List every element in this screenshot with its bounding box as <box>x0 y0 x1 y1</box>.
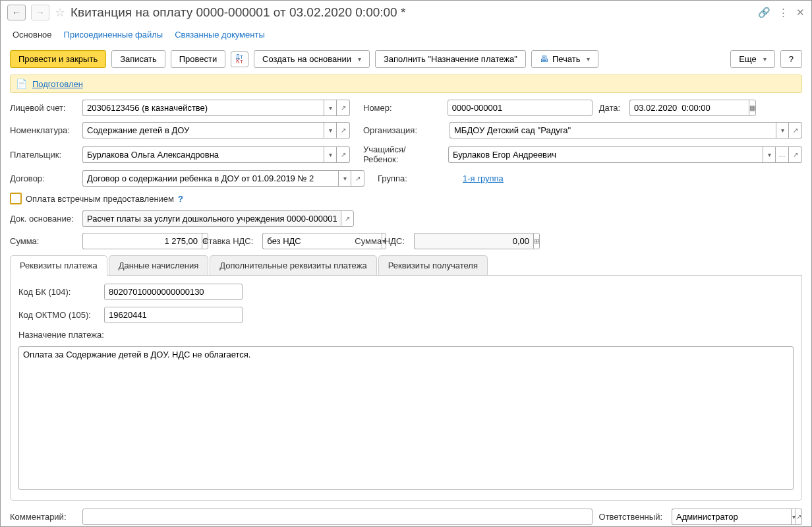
back-button[interactable]: ← <box>7 5 26 20</box>
oktmo-label: Код ОКТМО (105): <box>18 310 98 320</box>
number-input[interactable] <box>448 100 593 116</box>
post-and-close-button[interactable]: Провести и закрыть <box>10 50 106 68</box>
bk-code-input[interactable] <box>104 284 243 300</box>
fill-purpose-button[interactable]: Заполнить "Назначение платежа" <box>375 50 526 68</box>
ellipsis-icon[interactable]: … <box>776 146 789 163</box>
dropdown-icon[interactable]: ▾ <box>324 146 337 163</box>
counter-payment-checkbox[interactable] <box>10 193 22 204</box>
contract-label: Договор: <box>10 173 76 183</box>
status-icon: 📄 <box>16 78 27 89</box>
link-icon[interactable]: 🔗 <box>758 7 770 18</box>
vat-sum-input <box>414 233 533 249</box>
post-button[interactable]: Провести <box>171 50 226 68</box>
org-label: Организация: <box>363 125 417 135</box>
dropdown-icon[interactable]: ▾ <box>338 170 351 187</box>
org-input[interactable] <box>450 122 776 139</box>
tab-linked[interactable]: Связанные документы <box>175 30 265 40</box>
account-label: Лицевой счет: <box>10 103 76 113</box>
open-icon[interactable]: ↗ <box>351 170 364 187</box>
open-icon[interactable]: ↗ <box>341 210 354 227</box>
more-button[interactable]: Еще <box>730 50 774 68</box>
date-label: Дата: <box>599 103 620 113</box>
save-button[interactable]: Записать <box>111 50 165 68</box>
vat-rate-label: Ставка НДС: <box>202 236 253 246</box>
date-input[interactable] <box>629 100 749 116</box>
open-icon[interactable]: ↗ <box>337 100 350 116</box>
tab-main[interactable]: Основное <box>13 30 52 40</box>
tab-content: Код БК (104): Код ОКТМО (105): Назначени… <box>10 276 802 501</box>
star-icon[interactable]: ☆ <box>55 5 65 20</box>
oktmo-input[interactable] <box>104 307 243 323</box>
bk-code-label: Код БК (104): <box>18 287 98 297</box>
calendar-icon[interactable]: ▦ <box>749 100 756 116</box>
open-icon[interactable]: ↗ <box>796 509 802 525</box>
open-icon[interactable]: ↗ <box>789 146 802 163</box>
section-tabs: Основное Присоединенные файлы Связанные … <box>1 24 811 47</box>
nomenclature-input[interactable] <box>82 122 324 139</box>
counter-payment-label: Оплата встречным предоставлением <box>26 194 174 204</box>
create-based-button[interactable]: Создать на основании <box>254 50 370 68</box>
detail-tabs: Реквизиты платежа Данные начисления Допо… <box>10 255 802 276</box>
dropdown-icon[interactable]: ▾ <box>791 509 796 525</box>
form: Лицевой счет: ▾ ↗ Номер: Дата: ▦ Номенкл… <box>1 100 811 525</box>
toolbar: Провести и закрыть Записать Провести ДтК… <box>1 47 811 75</box>
kebab-menu-icon[interactable]: ⋮ <box>778 7 788 18</box>
open-icon[interactable]: ↗ <box>337 146 350 163</box>
group-label: Группа: <box>378 173 453 183</box>
contract-input[interactable] <box>82 170 338 187</box>
title-bar: ← → ☆ Квитанция на оплату 0000-000001 от… <box>1 1 811 24</box>
dropdown-icon[interactable]: ▾ <box>324 122 337 139</box>
tab-payment-details[interactable]: Реквизиты платежа <box>10 255 107 276</box>
open-icon[interactable]: ↗ <box>337 122 350 139</box>
student-input[interactable] <box>448 146 763 163</box>
comment-input[interactable] <box>82 509 593 525</box>
account-input[interactable] <box>82 100 324 116</box>
dk-icon-button[interactable]: ДтКт <box>231 51 248 67</box>
responsible-label: Ответственный: <box>599 512 662 522</box>
tab-accrual-data[interactable]: Данные начисления <box>109 255 209 275</box>
print-button[interactable]: 🖶Печать <box>531 50 599 68</box>
dropdown-icon[interactable]: ▾ <box>763 146 776 163</box>
purpose-textarea[interactable] <box>18 346 794 490</box>
tab-additional-details[interactable]: Дополнительные реквизиты платежа <box>210 255 376 275</box>
number-label: Номер: <box>363 103 392 113</box>
nomenclature-label: Номенклатура: <box>10 125 76 135</box>
vat-sum-label: Сумма НДС: <box>355 236 405 246</box>
tab-recipient-details[interactable]: Реквизиты получателя <box>378 255 488 275</box>
printer-icon: 🖶 <box>540 54 548 64</box>
amount-input[interactable] <box>82 233 202 249</box>
payer-label: Плательщик: <box>10 150 76 160</box>
comment-label: Комментарий: <box>10 512 76 522</box>
amount-label: Сумма: <box>10 236 76 246</box>
tab-files[interactable]: Присоединенные файлы <box>64 30 163 40</box>
dropdown-icon[interactable]: ▾ <box>776 122 789 139</box>
help-button[interactable]: ? <box>780 50 802 68</box>
page-title: Квитанция на оплату 0000-000001 от 03.02… <box>71 5 753 20</box>
basis-doc-label: Док. основание: <box>10 214 76 224</box>
payer-input[interactable] <box>82 146 324 163</box>
purpose-label: Назначение платежа: <box>18 330 104 340</box>
close-icon[interactable]: ✕ <box>796 7 805 18</box>
help-icon[interactable]: ? <box>178 194 183 204</box>
forward-button[interactable]: → <box>31 5 49 20</box>
group-link[interactable]: 1-я группа <box>463 173 504 183</box>
calculator-icon[interactable]: ⊞ <box>533 233 540 249</box>
responsible-input[interactable] <box>672 509 791 525</box>
dropdown-icon[interactable]: ▾ <box>324 100 337 116</box>
open-icon[interactable]: ↗ <box>789 122 802 139</box>
basis-doc-input[interactable] <box>82 210 341 227</box>
status-bar: 📄 Подготовлен <box>10 75 802 93</box>
status-link[interactable]: Подготовлен <box>32 79 83 89</box>
student-label: Учащийся/Ребенок: <box>363 144 439 164</box>
